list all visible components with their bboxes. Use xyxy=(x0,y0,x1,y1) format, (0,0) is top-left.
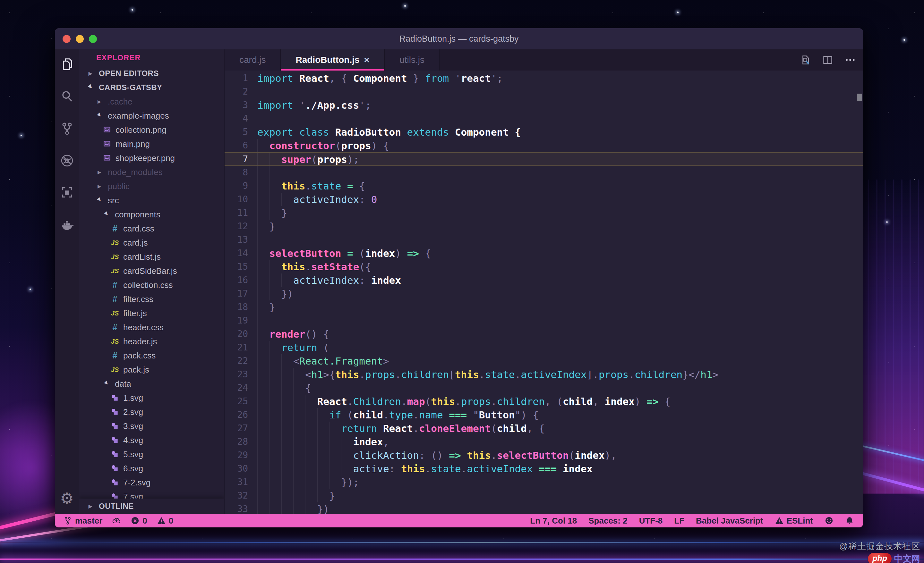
tree-folder-src[interactable]: ▸src xyxy=(79,193,224,207)
chevron-collapsed-icon[interactable]: ▸ xyxy=(98,168,104,176)
code-editor[interactable]: 1import React, { Component } from 'react… xyxy=(225,70,863,514)
code-line-16[interactable]: 16 activeIndex: index xyxy=(225,274,863,287)
tree-file-header-js[interactable]: JSheader.js xyxy=(79,334,224,349)
tree-file-cardlist-js[interactable]: JScardList.js xyxy=(79,250,224,264)
activity-search-button[interactable] xyxy=(55,81,79,114)
chevron-expanded-icon[interactable]: ▸ xyxy=(96,195,106,206)
code-line-10[interactable]: 10 activeIndex: 0 xyxy=(225,193,863,206)
code-line-24[interactable]: 24 { xyxy=(225,381,863,395)
status-utf-8[interactable]: UTF-8 xyxy=(639,514,663,527)
code-line-1[interactable]: 1import React, { Component } from 'react… xyxy=(225,72,863,85)
code-line-14[interactable]: 14 selectButton = (index) => { xyxy=(225,247,863,260)
status-babel-javascript[interactable]: Babel JavaScript xyxy=(696,514,763,527)
tab-radiobutton-js[interactable]: RadioButton.js× xyxy=(281,49,385,70)
status-lf[interactable]: LF xyxy=(674,514,684,527)
code-line-12[interactable]: 12 } xyxy=(225,220,863,233)
more-actions-icon[interactable] xyxy=(843,53,857,67)
status-0[interactable]: 0 xyxy=(157,514,173,527)
code-line-28[interactable]: 28 index, xyxy=(225,435,863,449)
chevron-expanded-icon[interactable]: ▸ xyxy=(96,111,106,121)
chevron-expanded-icon[interactable]: ▸ xyxy=(87,82,97,93)
tree-file-cardsidebar-js[interactable]: JScardSideBar.js xyxy=(79,264,224,278)
title-bar[interactable]: RadioButton.js — cards-gatsby xyxy=(55,28,863,49)
tab-card-js[interactable]: card.js xyxy=(225,49,281,70)
status-master[interactable]: master xyxy=(63,514,102,527)
code-line-11[interactable]: 11 } xyxy=(225,206,863,220)
chevron-collapsed-icon[interactable]: ▸ xyxy=(88,69,95,78)
tree-folder-node-modules[interactable]: ▸node_modules xyxy=(79,165,224,179)
tree-file-header-css[interactable]: #header.css xyxy=(79,320,224,334)
activity-source-control-button[interactable] xyxy=(55,114,79,145)
tree-file-main-png[interactable]: main.png xyxy=(79,137,224,151)
status-ln-7-col-18[interactable]: Ln 7, Col 18 xyxy=(530,514,577,527)
outline-section[interactable]: ▸ OUTLINE xyxy=(79,499,224,514)
code-line-13[interactable]: 13 xyxy=(225,233,863,247)
status-smiley-icon[interactable] xyxy=(825,514,834,527)
tree-folder--cache[interactable]: ▸.cache xyxy=(79,94,224,109)
tree-file-3-svg[interactable]: 3.svg xyxy=(79,419,224,433)
code-line-31[interactable]: 31 }); xyxy=(225,475,863,489)
code-line-33[interactable]: 33 }) xyxy=(225,502,863,514)
code-line-17[interactable]: 17 }) xyxy=(225,287,863,300)
code-line-23[interactable]: 23 <h1>{this.props.children[this.state.a… xyxy=(225,368,863,381)
tree-section-open-editors[interactable]: ▸OPEN EDITORS xyxy=(79,66,224,81)
open-changes-icon[interactable] xyxy=(798,53,812,67)
status-spaces-2[interactable]: Spaces: 2 xyxy=(588,514,627,527)
code-line-30[interactable]: 30 active: this.state.activeIndex === in… xyxy=(225,462,863,475)
code-line-3[interactable]: 3import './App.css'; xyxy=(225,99,863,112)
chevron-expanded-icon[interactable]: ▸ xyxy=(103,210,113,220)
code-line-5[interactable]: 5export class RadioButton extends Compon… xyxy=(225,125,863,139)
tree-file-4-svg[interactable]: 4.svg xyxy=(79,433,224,447)
code-line-20[interactable]: 20 render() { xyxy=(225,327,863,341)
tree-file-6-svg[interactable]: 6.svg xyxy=(79,461,224,475)
chevron-collapsed-icon[interactable]: ▸ xyxy=(98,182,104,190)
status-eslint[interactable]: ESLint xyxy=(775,514,813,527)
tree-file-pack-js[interactable]: JSpack.js xyxy=(79,362,224,377)
editor-scrollbar[interactable] xyxy=(857,94,862,101)
settings-gear-icon[interactable]: ⚙ xyxy=(55,484,79,512)
tree-file-card-js[interactable]: JScard.js xyxy=(79,236,224,250)
code-line-32[interactable]: 32 } xyxy=(225,489,863,502)
code-line-29[interactable]: 29 clickAction: () => this.selectButton(… xyxy=(225,449,863,462)
close-tab-icon[interactable]: × xyxy=(364,55,370,65)
tree-file-filter-css[interactable]: #filter.css xyxy=(79,292,224,306)
chevron-expanded-icon[interactable]: ▸ xyxy=(103,379,113,389)
status-bell-icon[interactable] xyxy=(845,514,854,527)
code-line-26[interactable]: 26 if (child.type.name === "Button") { xyxy=(225,408,863,422)
tree-folder-components[interactable]: ▸components xyxy=(79,207,224,222)
code-line-8[interactable]: 8 xyxy=(225,166,863,179)
tree-file-7-2-svg[interactable]: 7-2.svg xyxy=(79,475,224,490)
tree-folder-example-images[interactable]: ▸example-images xyxy=(79,109,224,123)
code-line-7[interactable]: 7 super(props); xyxy=(225,152,863,166)
code-line-6[interactable]: 6 constructor(props) { xyxy=(225,139,863,152)
activity-debug-disabled-button[interactable] xyxy=(55,145,79,178)
tree-file-2-svg[interactable]: 2.svg xyxy=(79,405,224,419)
code-line-22[interactable]: 22 <React.Fragment> xyxy=(225,354,863,368)
split-editor-icon[interactable] xyxy=(821,53,835,67)
tree-file-pack-css[interactable]: #pack.css xyxy=(79,349,224,362)
code-line-19[interactable]: 19 xyxy=(225,314,863,327)
tree-file-5-svg[interactable]: 5.svg xyxy=(79,447,224,461)
tree-file-collection-css[interactable]: #collection.css xyxy=(79,278,224,292)
tree-file-1-svg[interactable]: 1.svg xyxy=(79,391,224,405)
code-line-18[interactable]: 18 } xyxy=(225,300,863,314)
code-line-15[interactable]: 15 this.setState({ xyxy=(225,260,863,274)
activity-explorer-button[interactable] xyxy=(55,49,79,81)
code-line-2[interactable]: 2 xyxy=(225,85,863,99)
tab-utils-js[interactable]: utils.js xyxy=(385,49,440,70)
tree-folder-public[interactable]: ▸public xyxy=(79,179,224,193)
activity-extensions-button[interactable] xyxy=(55,178,79,210)
status-0[interactable]: 0 xyxy=(130,514,147,527)
status-cloud-upload-icon[interactable] xyxy=(112,514,121,527)
code-line-27[interactable]: 27 return React.cloneElement(child, { xyxy=(225,422,863,435)
chevron-collapsed-icon[interactable]: ▸ xyxy=(98,97,104,106)
code-line-9[interactable]: 9 this.state = { xyxy=(225,179,863,193)
tree-folder-data[interactable]: ▸data xyxy=(79,377,224,391)
code-line-4[interactable]: 4 xyxy=(225,112,863,125)
tree-section-cards-gatsby[interactable]: ▸CARDS-GATSBY xyxy=(79,81,224,94)
tree-file-shopkeeper-png[interactable]: shopkeeper.png xyxy=(79,151,224,165)
activity-docker-button[interactable] xyxy=(55,210,79,242)
tree-file-collection-png[interactable]: collection.png xyxy=(79,123,224,137)
code-line-25[interactable]: 25 React.Children.map(this.props.childre… xyxy=(225,395,863,408)
tree-file-filter-js[interactable]: JSfilter.js xyxy=(79,306,224,320)
